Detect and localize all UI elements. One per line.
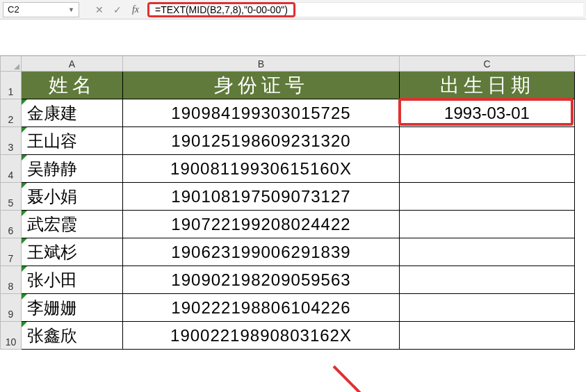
- name-box-value: C2: [8, 4, 19, 15]
- cell-name[interactable]: 王斌杉: [22, 238, 123, 266]
- cell-name[interactable]: 金康建: [22, 99, 123, 127]
- row-header[interactable]: 5: [1, 183, 22, 211]
- row-header[interactable]: 4: [1, 155, 22, 183]
- cell-date[interactable]: [400, 266, 575, 294]
- cell-name[interactable]: 吴静静: [22, 155, 123, 183]
- formula-bar: C2 ▼ ✕ ✓ fx =TEXT(MID(B2,7,8),"0-00-00"): [0, 0, 586, 19]
- row-header[interactable]: 2: [1, 99, 22, 127]
- cell-name[interactable]: 李姗姗: [22, 294, 123, 322]
- cell-name[interactable]: 聂小娟: [22, 183, 123, 211]
- formula-text: =TEXT(MID(B2,7,8),"0-00-00"): [155, 4, 288, 15]
- cancel-icon[interactable]: ✕: [92, 2, 107, 17]
- cell-date[interactable]: [400, 127, 575, 155]
- row-header[interactable]: 7: [1, 238, 22, 266]
- row-header[interactable]: 6: [1, 211, 22, 238]
- header-date[interactable]: 出生日期: [400, 72, 575, 99]
- cell-date[interactable]: [400, 238, 575, 266]
- cell-id[interactable]: 190984199303015725: [123, 99, 400, 127]
- col-header-c[interactable]: C: [400, 56, 575, 72]
- cell-id[interactable]: 190623199006291839: [123, 238, 400, 266]
- row-header[interactable]: 8: [1, 266, 22, 294]
- row-header[interactable]: 10: [1, 322, 22, 350]
- enter-icon[interactable]: ✓: [110, 2, 125, 17]
- cell-id[interactable]: 190722199208024422: [123, 211, 400, 238]
- row-header[interactable]: 3: [1, 127, 22, 155]
- header-name[interactable]: 姓名: [22, 72, 123, 99]
- cell-name[interactable]: 王山容: [22, 127, 123, 155]
- cell-date[interactable]: [400, 183, 575, 211]
- formula-input[interactable]: =TEXT(MID(B2,7,8),"0-00-00"): [147, 2, 295, 17]
- cell-date[interactable]: [400, 294, 575, 322]
- header-id[interactable]: 身份证号: [123, 72, 400, 99]
- formula-bar-extra[interactable]: [297, 2, 583, 17]
- cell-id[interactable]: 190125198609231320: [123, 127, 400, 155]
- col-header-a[interactable]: A: [22, 56, 123, 72]
- arrow-annotation: [0, 350, 586, 392]
- cell-date[interactable]: [400, 211, 575, 238]
- cell-id[interactable]: 190902198209059563: [123, 266, 400, 294]
- row-header[interactable]: 9: [1, 294, 22, 322]
- cell-id[interactable]: 190222198806104226: [123, 294, 400, 322]
- cell-id[interactable]: 190108197509073127: [123, 183, 400, 211]
- formula-expand-area: [0, 19, 586, 56]
- cell-id[interactable]: 19008119930615160X: [123, 155, 400, 183]
- cell-date[interactable]: 1993-03-01: [400, 99, 575, 127]
- chevron-down-icon[interactable]: ▼: [68, 6, 74, 13]
- cell-date[interactable]: [400, 155, 575, 183]
- cell-date[interactable]: [400, 322, 575, 350]
- cell-name[interactable]: 武宏霞: [22, 211, 123, 238]
- select-all-corner[interactable]: [1, 56, 22, 72]
- fx-icon[interactable]: fx: [128, 2, 143, 17]
- name-box[interactable]: C2 ▼: [3, 2, 79, 17]
- svg-line-0: [334, 366, 428, 392]
- cell-name[interactable]: 张小田: [22, 266, 123, 294]
- row-header[interactable]: 1: [1, 72, 22, 99]
- cell-name[interactable]: 张鑫欣: [22, 322, 123, 350]
- worksheet-grid[interactable]: A B C 1 姓名 身份证号 出生日期 2 金康建 1909841993030…: [0, 56, 586, 350]
- cell-id[interactable]: 19002219890803162X: [123, 322, 400, 350]
- col-header-b[interactable]: B: [123, 56, 400, 72]
